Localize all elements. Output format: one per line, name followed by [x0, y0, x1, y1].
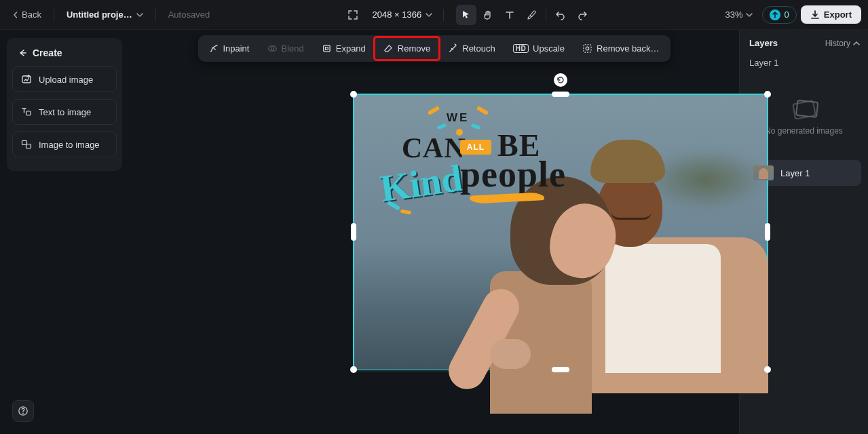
resize-handle-br[interactable]: [764, 366, 771, 373]
resize-handle-left[interactable]: [351, 223, 356, 241]
undo-icon: [555, 9, 566, 20]
action-bar: Inpaint Blend Expand Remove Retouch HD U…: [197, 35, 670, 62]
brush-icon: [526, 9, 537, 20]
autosaved-status: Autosaved: [163, 9, 215, 20]
export-label: Export: [824, 9, 852, 20]
brush-tool[interactable]: [521, 5, 542, 25]
bolt-up-icon: [772, 12, 778, 18]
expand-label: Expand: [336, 43, 366, 54]
separator: [443, 9, 444, 21]
resize-handle-bl[interactable]: [350, 366, 357, 373]
swash-icon: [387, 200, 400, 210]
remove-bg-icon: [582, 43, 592, 54]
image-to-image-button[interactable]: Image to image: [12, 132, 117, 157]
blend-icon: [267, 43, 277, 54]
remove-button[interactable]: Remove: [375, 38, 438, 59]
retouch-icon: [448, 43, 458, 54]
text-to-image-button[interactable]: Text to image: [12, 99, 117, 125]
select-tool[interactable]: [456, 5, 476, 25]
help-icon: [18, 406, 29, 416]
separator: [546, 9, 546, 21]
rotate-icon: [556, 76, 565, 84]
layer-row-name: Layer 1: [780, 168, 810, 178]
expand-button[interactable]: Expand: [314, 38, 374, 59]
resize-handle-top[interactable]: [552, 92, 569, 97]
help-button[interactable]: [12, 400, 34, 422]
swash-icon: [400, 210, 412, 215]
rotate-handle[interactable]: [554, 73, 567, 87]
hand-tool[interactable]: [478, 5, 498, 25]
resize-canvas-icon[interactable]: [343, 5, 363, 25]
topbar-center-cluster: 2048 × 1366: [343, 5, 593, 25]
canvas-size-group: 2048 × 1366: [343, 5, 437, 25]
text-tool[interactable]: [499, 5, 520, 25]
resize-handle-bottom[interactable]: [552, 367, 569, 372]
dot-icon: [456, 129, 463, 136]
swash-icon: [476, 106, 489, 115]
svg-point-9: [586, 47, 589, 50]
inpaint-button[interactable]: Inpaint: [200, 38, 257, 59]
svg-rect-0: [22, 76, 31, 83]
undo-button[interactable]: [550, 5, 571, 25]
history-label: History: [825, 39, 850, 48]
history-toggle[interactable]: History: [825, 39, 860, 48]
back-button[interactable]: Back: [7, 7, 47, 22]
remove-bg-label: Remove back…: [597, 43, 659, 54]
arrow-collapse-icon: [18, 48, 27, 58]
empty-images-icon: [793, 102, 815, 118]
cursor-icon: [461, 9, 472, 20]
empty-message: No generated images: [765, 126, 843, 136]
clasped-hands: [490, 339, 531, 369]
hand-icon: [483, 9, 493, 20]
redo-button[interactable]: [572, 5, 592, 25]
blend-button: Blend: [259, 38, 312, 59]
swash-icon: [471, 123, 481, 130]
upload-image-button[interactable]: Upload image: [12, 66, 117, 92]
upscale-button[interactable]: HD Upscale: [505, 38, 573, 59]
remove-background-button[interactable]: Remove back…: [574, 38, 667, 59]
inpaint-label: Inpaint: [223, 43, 249, 54]
retouch-label: Retouch: [462, 43, 495, 54]
top-bar: Back Untitled proje… Autosaved 2048 × 13…: [0, 0, 868, 30]
zoom-dropdown[interactable]: 33%: [720, 7, 758, 22]
text-to-image-label: Text to image: [39, 107, 91, 117]
retouch-button[interactable]: Retouch: [440, 38, 503, 59]
text-icon: [504, 9, 515, 20]
project-name-text: Untitled proje…: [67, 9, 132, 20]
resize-handle-tr[interactable]: [764, 91, 771, 98]
expand-icon: [322, 43, 332, 54]
upload-image-icon: [21, 74, 32, 85]
layer-thumbnail: [753, 165, 774, 180]
create-title: Create: [33, 47, 62, 58]
text-to-image-icon: [21, 106, 32, 117]
svg-rect-8: [584, 45, 591, 52]
credits-pill[interactable]: 0: [762, 6, 797, 24]
resize-handle-tl[interactable]: [350, 91, 357, 98]
project-name-dropdown[interactable]: Untitled proje…: [61, 7, 149, 22]
inpaint-icon: [208, 43, 219, 54]
eraser-icon: [383, 43, 394, 54]
svg-rect-6: [324, 45, 330, 52]
svg-rect-1: [26, 111, 31, 115]
overlay-text-all: ALL: [460, 140, 491, 155]
main-area: Create Upload image Text to image Image …: [0, 30, 868, 434]
canvas-dimensions-dropdown[interactable]: 2048 × 1366: [369, 7, 437, 22]
back-label: Back: [22, 9, 41, 20]
image-content: WE CAN ALL BE Kind people: [354, 95, 767, 369]
image-to-image-label: Image to image: [39, 140, 100, 150]
swash-icon: [437, 123, 447, 130]
create-panel: Create Upload image Text to image Image …: [0, 30, 129, 434]
zoom-text: 33%: [725, 9, 743, 20]
layers-title: Layers: [749, 38, 778, 48]
canvas-dimensions-text: 2048 × 1366: [373, 9, 422, 20]
redo-icon: [577, 9, 588, 20]
overlay-text-kind: Kind: [377, 156, 465, 210]
upload-image-label: Upload image: [39, 75, 93, 85]
image-to-image-icon: [21, 139, 32, 150]
canvas-area[interactable]: Inpaint Blend Expand Remove Retouch HD U…: [129, 30, 739, 434]
resize-handle-right[interactable]: [765, 223, 770, 241]
current-layer-label: Layer 1: [740, 55, 868, 75]
download-icon: [810, 10, 820, 20]
export-button[interactable]: Export: [801, 5, 861, 24]
selected-image-frame[interactable]: WE CAN ALL BE Kind people: [353, 94, 768, 370]
